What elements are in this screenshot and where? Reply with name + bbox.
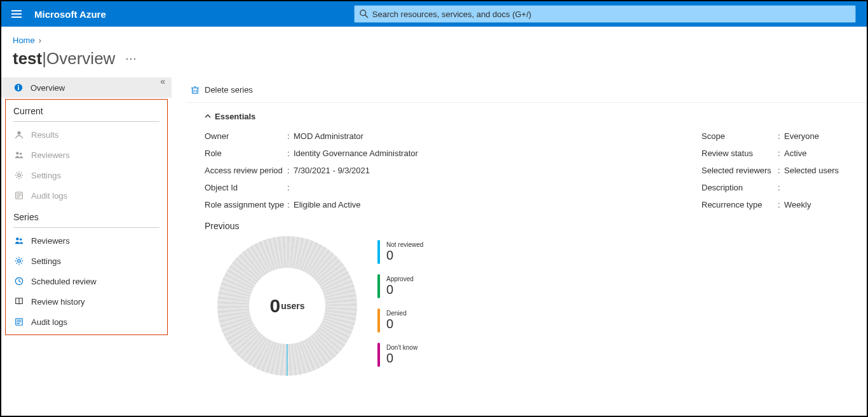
- page-title-name: test: [13, 49, 42, 69]
- svg-point-16: [16, 237, 18, 240]
- ess-period-value: 7/30/2021 - 9/3/2021: [294, 166, 370, 175]
- ess-reviewers-label: Selected reviewers: [702, 166, 778, 175]
- ess-ratype-label: Role assignment type: [205, 200, 287, 209]
- chevron-right-icon: ›: [39, 36, 41, 45]
- ess-objectid-label: Object Id: [205, 183, 287, 192]
- sidebar-highlight-box: Current Results Reviewers Settings Audit…: [5, 99, 168, 335]
- page-title-row: test | Overview ···: [1, 45, 867, 77]
- svg-rect-1: [11, 13, 22, 15]
- search-icon: [360, 10, 369, 18]
- sidebar-item-label: Settings: [31, 171, 61, 180]
- ess-role-value: Identity Governance Administrator: [294, 149, 418, 158]
- delete-series-button[interactable]: Delete series: [186, 83, 258, 97]
- more-actions-icon[interactable]: ···: [125, 52, 137, 65]
- legend-label: Don't know: [386, 344, 417, 351]
- people-icon: [13, 236, 25, 245]
- main-pane: Delete series Essentials Owner:MOD Admin…: [172, 77, 867, 376]
- ess-status-value: Active: [784, 149, 806, 158]
- svg-point-3: [360, 10, 366, 16]
- log-icon: [13, 317, 25, 326]
- donut-tick: [287, 344, 288, 376]
- legend-value: 0: [386, 248, 423, 263]
- legend-dontknow: Don't know0: [377, 339, 423, 371]
- legend-label: Not reviewed: [386, 241, 423, 248]
- sidebar-item-current-settings[interactable]: Settings: [6, 165, 167, 185]
- essentials-toggle[interactable]: Essentials: [186, 103, 867, 128]
- sidebar-item-label: Review history: [31, 297, 85, 307]
- sidebar-item-series-settings[interactable]: Settings: [6, 251, 167, 271]
- svg-point-11: [18, 174, 20, 176]
- ess-reviewers-value: Selected users: [784, 166, 839, 175]
- page-title-sep: |: [42, 49, 46, 69]
- previous-section-title: Previous: [186, 213, 867, 236]
- essentials-title: Essentials: [215, 112, 255, 121]
- svg-rect-0: [11, 10, 22, 11]
- sidebar-item-label: Reviewers: [31, 236, 70, 246]
- svg-point-18: [18, 260, 20, 262]
- search-input[interactable]: [372, 10, 850, 19]
- ess-recur-value: Weekly: [784, 200, 811, 209]
- book-icon: [13, 297, 25, 306]
- brand-label: Microsoft Azure: [32, 9, 106, 20]
- legend-value: 0: [386, 282, 414, 297]
- svg-point-10: [20, 153, 22, 156]
- legend-approved: Approved0: [377, 270, 423, 302]
- people-icon: [13, 150, 25, 159]
- sidebar-group-current: Current: [6, 100, 167, 120]
- ess-desc-label: Description: [702, 183, 778, 192]
- legend-bar-icon: [377, 274, 380, 298]
- collapse-sidebar-icon[interactable]: «: [160, 76, 165, 86]
- ess-scope-value: Everyone: [784, 131, 819, 141]
- donut-center-count: 0: [269, 295, 280, 317]
- ess-owner-label: Owner: [205, 131, 287, 141]
- legend-bar-icon: [377, 343, 380, 367]
- person-icon: [13, 130, 25, 139]
- gear-icon: [13, 171, 25, 180]
- sidebar: « Overview Current Results Reviewers Set…: [1, 77, 172, 376]
- sidebar-item-scheduled-review[interactable]: Scheduled review: [6, 271, 167, 291]
- ess-owner-value: MOD Administrator: [294, 131, 363, 141]
- sidebar-item-label: Results: [31, 130, 58, 140]
- svg-rect-6: [18, 87, 19, 90]
- sidebar-item-current-auditlogs[interactable]: Audit logs: [6, 185, 167, 206]
- breadcrumb-home[interactable]: Home: [13, 36, 35, 45]
- essentials-grid: Owner:MOD Administrator Role:Identity Go…: [186, 128, 867, 213]
- chart-legend: Not reviewed0 Approved0 Denied0 Don't kn…: [377, 236, 423, 373]
- top-bar: Microsoft Azure: [1, 1, 867, 27]
- legend-label: Approved: [386, 275, 414, 282]
- toolbar: Delete series: [186, 77, 867, 103]
- ess-period-label: Access review period: [205, 166, 287, 175]
- page-title-section: Overview: [46, 49, 115, 69]
- ess-scope-label: Scope: [702, 131, 778, 141]
- legend-bar-icon: [377, 308, 380, 333]
- sidebar-item-label: Audit logs: [31, 191, 67, 201]
- sidebar-group-series: Series: [6, 206, 167, 226]
- ess-role-label: Role: [205, 149, 287, 158]
- legend-denied: Denied0: [377, 305, 423, 336]
- sidebar-item-label: Reviewers: [31, 150, 70, 160]
- log-icon: [13, 191, 25, 200]
- clock-icon: [13, 277, 25, 286]
- donut-center-unit: users: [281, 301, 304, 311]
- global-search[interactable]: [354, 5, 856, 23]
- svg-rect-7: [18, 85, 19, 86]
- sidebar-item-overview[interactable]: Overview: [1, 77, 172, 98]
- legend-label: Denied: [386, 310, 407, 317]
- ess-recur-label: Recurrence type: [702, 200, 778, 209]
- ess-ratype-value: Eligible and Active: [294, 200, 361, 209]
- toolbar-btn-label: Delete series: [205, 85, 253, 95]
- sidebar-item-label: Settings: [31, 256, 61, 266]
- ess-status-label: Review status: [702, 149, 778, 158]
- sidebar-item-current-reviewers[interactable]: Reviewers: [6, 145, 167, 165]
- legend-value: 0: [386, 351, 417, 366]
- sidebar-item-series-reviewers[interactable]: Reviewers: [6, 230, 167, 251]
- sidebar-item-series-auditlogs[interactable]: Audit logs: [6, 312, 167, 332]
- sidebar-item-results[interactable]: Results: [6, 124, 167, 145]
- sidebar-item-review-history[interactable]: Review history: [6, 291, 167, 312]
- previous-chart: 0 users Not reviewed0 Approved0 Denie: [186, 236, 867, 376]
- sidebar-item-label: Overview: [31, 83, 65, 93]
- hamburger-menu-icon[interactable]: [1, 9, 32, 19]
- sidebar-item-label: Scheduled review: [31, 277, 97, 286]
- legend-bar-icon: [377, 240, 380, 264]
- breadcrumb: Home ›: [1, 27, 867, 45]
